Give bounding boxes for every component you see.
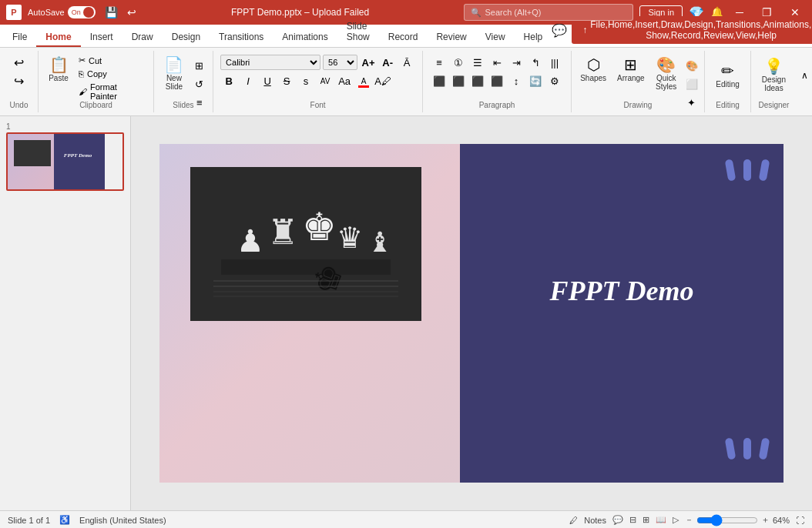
- comments-status-icon[interactable]: 💬: [612, 515, 623, 525]
- clipboard-label: Clipboard: [79, 101, 112, 109]
- font-size-select[interactable]: 56: [323, 55, 357, 70]
- ribbon-group-designer: ✏ Editing Editing 💡 DesignIdeas Designer…: [705, 51, 812, 112]
- justify-button[interactable]: ⬛: [488, 72, 505, 89]
- ribbon-group-slides: 📄 NewSlide ⊞ ↺ ≡ Slides: [154, 51, 213, 112]
- tab-design[interactable]: Design: [163, 28, 210, 47]
- align-left-button[interactable]: ⬛: [431, 72, 448, 89]
- columns-button[interactable]: |||: [546, 54, 563, 71]
- decrease-font-button[interactable]: A-: [379, 54, 396, 71]
- presenter-view-icon[interactable]: ▷: [673, 515, 679, 525]
- ribbon-collapse-button[interactable]: ∧: [797, 68, 812, 83]
- search-placeholder: Search (Alt+Q): [485, 8, 541, 17]
- reset-button[interactable]: ↺: [191, 75, 208, 92]
- dot-group-bottom: [726, 438, 768, 459]
- design-ideas-icon: 💡: [764, 58, 783, 74]
- clear-format-button[interactable]: Ā: [398, 54, 415, 71]
- comments-icon[interactable]: 💬: [552, 23, 567, 38]
- fit-slide-icon[interactable]: ⛶: [796, 516, 804, 525]
- undo-button[interactable]: ↩: [11, 54, 28, 71]
- editing-group-label: Editing: [716, 101, 740, 109]
- line-spacing-button[interactable]: ↕: [508, 72, 525, 89]
- ribbon-group-drawing: ⬡ Shapes ⊞ Arrange 🎨 QuickStyles 🎨 ⬜ ✦ D…: [572, 51, 706, 112]
- rtl-button[interactable]: ↰: [527, 54, 544, 71]
- drawing-label: Drawing: [624, 101, 653, 109]
- zoom-in-icon[interactable]: ＋: [761, 514, 770, 526]
- font-row-2: B I U S s AV Aa A A🖊: [217, 72, 418, 89]
- status-bar: Slide 1 of 1 ♿ English (United States) 🖊…: [0, 510, 812, 528]
- undo-icon-title[interactable]: ↩: [127, 6, 136, 18]
- tab-review[interactable]: Review: [427, 28, 475, 47]
- design-ideas-button[interactable]: 💡 DesignIdeas: [757, 55, 790, 95]
- slides-label: Slides: [173, 101, 193, 109]
- quick-styles-button[interactable]: 🎨 QuickStyles: [651, 54, 682, 94]
- shape-fill-button[interactable]: 🎨: [683, 57, 700, 74]
- increase-font-button[interactable]: A+: [360, 54, 377, 71]
- char-spacing-button[interactable]: AV: [317, 72, 334, 89]
- slide-thumbnail[interactable]: FPPT Demo: [6, 132, 124, 191]
- zoom-out-icon[interactable]: －: [685, 514, 693, 526]
- tab-record[interactable]: Record: [379, 28, 428, 47]
- tab-draw[interactable]: Draw: [122, 28, 163, 47]
- bullets-button[interactable]: ≡: [431, 54, 448, 71]
- normal-view-icon[interactable]: ⊟: [629, 515, 636, 525]
- save-icon[interactable]: 💾: [105, 6, 118, 18]
- arrange-icon: ⊞: [624, 57, 637, 72]
- slide-canvas[interactable]: FPPT Demo: [131, 116, 812, 510]
- highlight-button[interactable]: A🖊: [374, 72, 391, 89]
- redo-button[interactable]: ↪: [11, 72, 28, 89]
- slide-right-panel: FPPT Demo: [460, 144, 783, 483]
- strikethrough-button[interactable]: S: [278, 72, 295, 89]
- increase-indent-button[interactable]: ⇥: [508, 54, 525, 71]
- reading-view-icon[interactable]: 📖: [656, 515, 666, 525]
- new-slide-button[interactable]: 📄 NewSlide: [159, 54, 190, 94]
- ribbon: File Home Insert Draw Design Transitions…: [0, 25, 812, 116]
- dot-6: [759, 437, 770, 459]
- underline-button[interactable]: U: [259, 72, 276, 89]
- tab-view[interactable]: View: [476, 28, 515, 47]
- multilevel-button[interactable]: ☰: [469, 54, 486, 71]
- slide-sorter-icon[interactable]: ⊞: [643, 515, 649, 525]
- smartart-button[interactable]: ⚙: [546, 72, 563, 89]
- paste-button[interactable]: 📋 Paste: [43, 54, 74, 85]
- tab-help[interactable]: Help: [515, 28, 552, 47]
- tab-transitions[interactable]: Transitions: [210, 28, 273, 47]
- text-case-button[interactable]: Aa: [336, 72, 353, 89]
- tab-animations[interactable]: Animations: [273, 28, 337, 47]
- numbering-button[interactable]: ①: [450, 54, 467, 71]
- tab-insert[interactable]: Insert: [81, 28, 122, 47]
- font-family-select[interactable]: Calibri: [220, 55, 320, 70]
- svg-text:♛: ♛: [337, 222, 363, 254]
- shape-effects-button[interactable]: ✦: [683, 94, 700, 111]
- autosave-toggle[interactable]: On: [68, 6, 96, 18]
- shapes-icon: ⬡: [587, 57, 600, 72]
- shape-outline-button[interactable]: ⬜: [683, 75, 700, 92]
- cut-button[interactable]: ✂ Cut: [75, 54, 149, 67]
- accessibility-icon[interactable]: ♿: [59, 515, 70, 525]
- align-center-button[interactable]: ⬛: [450, 72, 467, 89]
- bold-button[interactable]: B: [220, 72, 237, 89]
- copy-button[interactable]: ⎘ Copy: [75, 68, 149, 80]
- layout-button[interactable]: ⊞: [191, 57, 208, 74]
- editing-button[interactable]: ✏ Editing: [711, 60, 744, 92]
- search-box[interactable]: 🔍 Search (Alt+Q): [464, 4, 633, 21]
- italic-button[interactable]: I: [240, 72, 257, 89]
- shadow-button[interactable]: s: [297, 72, 314, 89]
- decrease-indent-button[interactable]: ⇤: [488, 54, 505, 71]
- collapse-button-area: ∧: [797, 51, 812, 112]
- notes-label[interactable]: Notes: [584, 516, 606, 525]
- share-icon: ↑: [582, 25, 587, 35]
- format-painter-button[interactable]: 🖌 Format Painter: [75, 81, 149, 102]
- tab-home[interactable]: Home: [36, 28, 80, 47]
- slide-panel: 1 FPPT Demo: [0, 116, 131, 510]
- arrange-button[interactable]: ⊞ Arrange: [612, 54, 649, 85]
- zoom-level[interactable]: 64%: [773, 516, 790, 525]
- notes-icon[interactable]: 🖊: [569, 516, 578, 525]
- tab-file[interactable]: File: [3, 28, 36, 47]
- zoom-slider[interactable]: [696, 514, 758, 526]
- tab-slideshow[interactable]: Slide Show: [337, 18, 379, 47]
- align-right-button[interactable]: ⬛: [469, 72, 486, 89]
- font-color-button[interactable]: A: [355, 72, 372, 89]
- editing-icon: ✏: [721, 63, 734, 79]
- text-direction-button[interactable]: 🔄: [527, 72, 544, 89]
- shapes-button[interactable]: ⬡ Shapes: [575, 54, 611, 85]
